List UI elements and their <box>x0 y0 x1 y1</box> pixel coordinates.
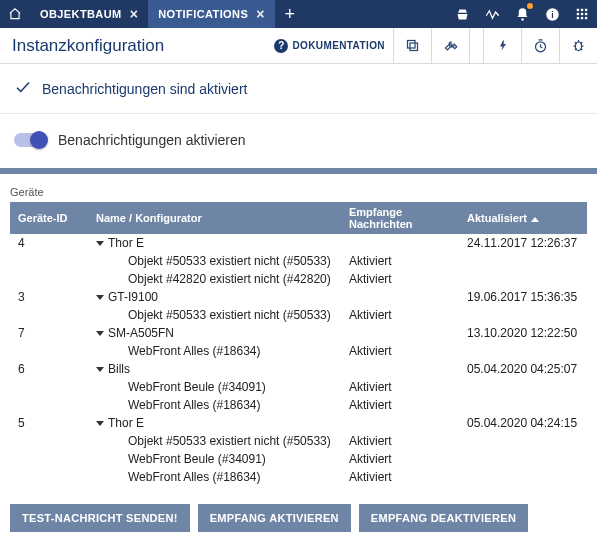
cell-recv: Aktiviert <box>341 432 459 450</box>
svg-point-0 <box>521 18 524 21</box>
svg-rect-11 <box>585 17 587 19</box>
copy-icon[interactable] <box>393 28 431 64</box>
svg-rect-9 <box>577 17 579 19</box>
close-icon[interactable]: × <box>256 6 265 22</box>
wrench-icon[interactable] <box>431 28 469 64</box>
cell-recv <box>341 324 459 342</box>
cell-recv <box>341 360 459 378</box>
chevron-down-icon[interactable] <box>96 331 104 336</box>
cell-name: Thor E <box>88 414 341 432</box>
bug-icon[interactable] <box>559 28 597 64</box>
cell-name: WebFront Beule (#34091) <box>88 378 341 396</box>
doc-label: DOKUMENTATION <box>292 40 385 51</box>
cell-recv <box>341 288 459 306</box>
table-row[interactable]: Objekt #42820 existiert nicht (#42820)Ak… <box>10 270 587 288</box>
table-row[interactable]: WebFront Alles (#18634)Aktiviert <box>10 468 587 486</box>
documentation-link[interactable]: ? DOKUMENTATION <box>274 39 393 53</box>
cell-recv: Aktiviert <box>341 270 459 288</box>
col-updated-label: Aktualisiert <box>467 212 527 224</box>
home-icon[interactable] <box>0 0 30 28</box>
top-tabbar: OBJEKTBAUM × NOTIFICATIONS × + i <box>0 0 597 28</box>
svg-rect-13 <box>408 41 416 49</box>
cell-updated: 13.10.2020 12:22:50 <box>459 324 587 342</box>
tab-notifications[interactable]: NOTIFICATIONS × <box>148 0 275 28</box>
cell-recv <box>341 414 459 432</box>
events-icon[interactable] <box>483 28 521 64</box>
chevron-down-icon[interactable] <box>96 241 104 246</box>
table-row[interactable]: WebFront Alles (#18634)Aktiviert <box>10 342 587 360</box>
cell-updated: 24.11.2017 12:26:37 <box>459 234 587 252</box>
apps-grid-icon[interactable] <box>567 0 597 28</box>
svg-rect-4 <box>581 9 583 11</box>
bell-icon[interactable] <box>507 0 537 28</box>
table-row[interactable]: WebFront Beule (#34091)Aktiviert <box>10 450 587 468</box>
table-row[interactable]: WebFront Alles (#18634)Aktiviert <box>10 396 587 414</box>
table-row[interactable]: 4Thor E24.11.2017 12:26:37 <box>10 234 587 252</box>
add-tab-icon[interactable]: + <box>275 0 305 28</box>
table-row[interactable]: Objekt #50533 existiert nicht (#50533)Ak… <box>10 306 587 324</box>
recv-activate-button[interactable]: EMPFANG AKTIVIEREN <box>198 504 351 532</box>
svg-rect-5 <box>585 9 587 11</box>
tab-objektbaum[interactable]: OBJEKTBAUM × <box>30 0 148 28</box>
cell-updated: 19.06.2017 15:36:35 <box>459 288 587 306</box>
svg-rect-12 <box>410 43 418 51</box>
sort-asc-icon <box>531 217 539 222</box>
cell-name: Thor E <box>88 234 341 252</box>
status-row: Benachrichtigungen sind aktiviert <box>0 64 597 114</box>
timer-icon[interactable] <box>521 28 559 64</box>
chevron-down-icon[interactable] <box>96 421 104 426</box>
toggle-label: Benachrichtigungen aktivieren <box>58 132 246 148</box>
cell-recv: Aktiviert <box>341 342 459 360</box>
svg-text:i: i <box>551 9 553 19</box>
notifications-toggle[interactable] <box>14 133 46 147</box>
status-text: Benachrichtigungen sind aktiviert <box>42 81 247 97</box>
svg-rect-3 <box>577 9 579 11</box>
cell-name: Objekt #42820 existiert nicht (#42820) <box>88 270 341 288</box>
chevron-down-icon[interactable] <box>96 367 104 372</box>
cell-name: WebFront Alles (#18634) <box>88 396 341 414</box>
cell-recv: Aktiviert <box>341 468 459 486</box>
cell-name: WebFront Alles (#18634) <box>88 342 341 360</box>
table-row[interactable]: 5Thor E05.04.2020 04:24:15 <box>10 414 587 432</box>
col-id[interactable]: Geräte-ID <box>10 202 88 234</box>
cell-recv <box>341 234 459 252</box>
cell-updated: 05.04.2020 04:25:07 <box>459 360 587 378</box>
chevron-down-icon[interactable] <box>96 295 104 300</box>
cell-name: Bills <box>88 360 341 378</box>
close-icon[interactable]: × <box>130 6 139 22</box>
cell-name: Objekt #50533 existiert nicht (#50533) <box>88 432 341 450</box>
cell-id: 6 <box>10 360 88 378</box>
check-icon <box>14 78 32 99</box>
cell-name: SM-A505FN <box>88 324 341 342</box>
cell-id: 4 <box>10 234 88 252</box>
toolbar: Instanzkonfiguration ? DOKUMENTATION <box>0 28 597 64</box>
col-updated[interactable]: Aktualisiert <box>459 202 587 234</box>
svg-rect-7 <box>581 13 583 15</box>
tab-label: NOTIFICATIONS <box>158 8 248 20</box>
cell-recv: Aktiviert <box>341 378 459 396</box>
table-row[interactable]: Objekt #50533 existiert nicht (#50533)Ak… <box>10 432 587 450</box>
activity-icon[interactable] <box>477 0 507 28</box>
cell-name: WebFront Alles (#18634) <box>88 468 341 486</box>
col-recv[interactable]: Empfange Nachrichten <box>341 202 459 234</box>
cell-id: 7 <box>10 324 88 342</box>
tab-label: OBJEKTBAUM <box>40 8 122 20</box>
svg-rect-8 <box>585 13 587 15</box>
cell-id: 5 <box>10 414 88 432</box>
cell-name: Objekt #50533 existiert nicht (#50533) <box>88 306 341 324</box>
table-row[interactable]: Objekt #50533 existiert nicht (#50533)Ak… <box>10 252 587 270</box>
table-row[interactable]: 3GT-I910019.06.2017 15:36:35 <box>10 288 587 306</box>
test-message-button[interactable]: TEST-NACHRICHT SENDEN! <box>10 504 190 532</box>
table-row[interactable]: 7SM-A505FN13.10.2020 12:22:50 <box>10 324 587 342</box>
cell-recv: Aktiviert <box>341 396 459 414</box>
col-name[interactable]: Name / Konfigurator <box>88 202 341 234</box>
recv-deactivate-button[interactable]: EMPFANG DEAKTIVIEREN <box>359 504 528 532</box>
action-bar: TEST-NACHRICHT SENDEN! EMPFANG AKTIVIERE… <box>0 494 597 534</box>
cell-name: Objekt #50533 existiert nicht (#50533) <box>88 252 341 270</box>
basket-icon[interactable] <box>447 0 477 28</box>
info-icon[interactable]: i <box>537 0 567 28</box>
table-row[interactable]: WebFront Beule (#34091)Aktiviert <box>10 378 587 396</box>
cell-recv: Aktiviert <box>341 450 459 468</box>
cell-updated: 05.04.2020 04:24:15 <box>459 414 587 432</box>
table-row[interactable]: 6Bills05.04.2020 04:25:07 <box>10 360 587 378</box>
